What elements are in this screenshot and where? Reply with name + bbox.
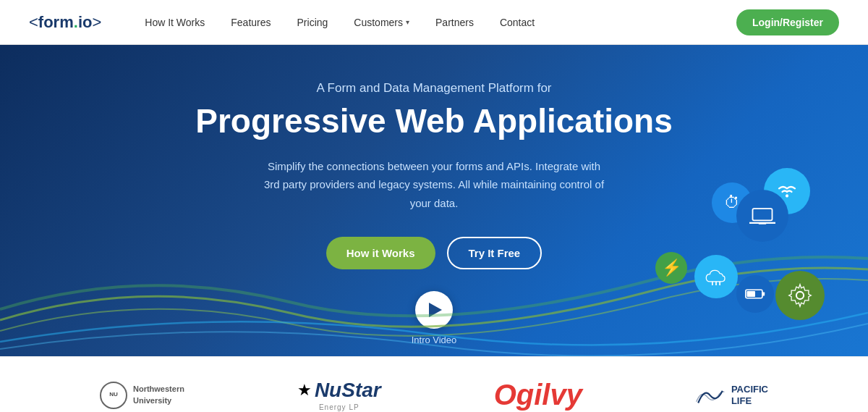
nav-partners[interactable]: Partners [435,17,474,28]
svg-rect-8 [762,293,765,296]
logo-northwestern: NU NorthwesternUniversity [100,382,184,409]
hero-subtitle: A Form and Data Management Platform for [316,81,551,96]
hero-description: Simplify the connections between your fo… [260,157,608,213]
intro-video-button[interactable]: Intro Video [412,291,457,345]
hero-buttons: How it Works Try It Free [326,237,542,269]
cloud-icon [694,255,738,298]
nav-how-it-works[interactable]: How It Works [145,17,205,28]
usb-icon: ⚡ [655,252,687,284]
battery-icon [736,275,774,313]
icons-cluster: ⏱ ⚡ [622,168,825,327]
nustar-text: NuStar [315,379,381,402]
how-it-works-button[interactable]: How it Works [326,237,435,269]
nustar-sub: Energy LP [319,403,359,411]
nav-contact[interactable]: Contact [500,17,535,28]
nav-features[interactable]: Features [231,17,271,28]
nav-pricing[interactable]: Pricing [297,17,328,28]
gear-icon [775,271,825,320]
svg-point-6 [796,292,804,299]
try-it-free-button[interactable]: Try It Free [447,237,542,269]
hero-section: ⏱ ⚡ [0,45,868,356]
laptop-icon [736,190,788,242]
svg-rect-9 [746,291,755,297]
logo-ogilvy: Ogilvy [494,379,582,411]
northwestern-text: NorthwesternUniversity [133,384,184,406]
logo-pacific-life: PACIFICLIFE [695,384,768,406]
play-icon[interactable] [415,291,453,329]
ogilvy-text: Ogilvy [494,379,582,411]
northwestern-emblem: NU [100,382,127,409]
pacific-life-text: PACIFICLIFE [731,384,768,406]
nav-links: How It Works Features Pricing Customers … [145,16,736,29]
svg-rect-2 [759,223,767,224]
hero-title: Progressive Web Applications [195,103,673,140]
nav-customers[interactable]: Customers ▾ [354,17,409,28]
logos-bar: NU NorthwesternUniversity ★ NuStar Energ… [0,356,868,412]
site-logo[interactable]: <form.io> [29,13,101,32]
svg-rect-0 [753,209,773,220]
navbar: <form.io> How It Works Features Pricing … [0,0,868,45]
chevron-down-icon: ▾ [406,18,409,26]
logo-nustar: ★ NuStar Energy LP [297,379,381,411]
login-register-button[interactable]: Login/Register [736,9,839,35]
intro-video-label: Intro Video [412,335,457,345]
pacific-wave-icon [695,384,726,406]
